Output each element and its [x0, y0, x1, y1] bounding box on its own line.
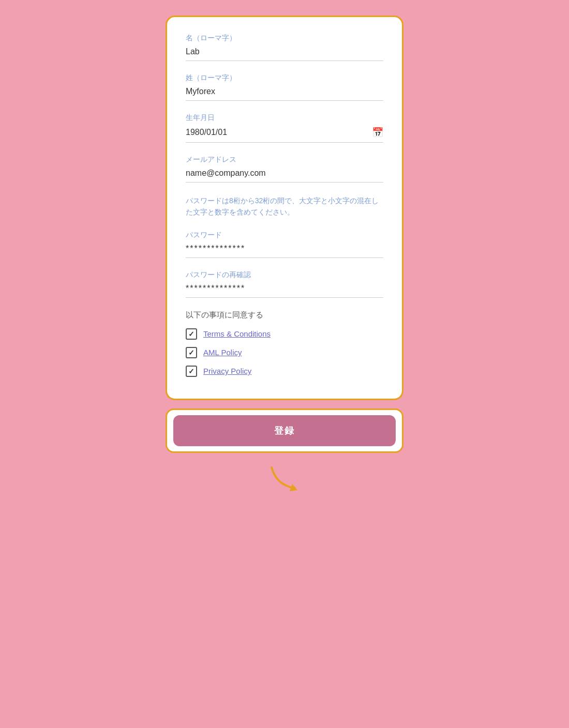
first-name-label: 名（ローマ字）	[186, 34, 383, 43]
last-name-label: 姓（ローマ字）	[186, 73, 383, 83]
agreement-section: 以下の事項に同意する ✓ Terms & Conditions ✓ AML Po…	[186, 310, 383, 377]
email-value[interactable]: name@company.com	[186, 169, 383, 183]
dob-group: 生年月日 1980/01/01 📅	[186, 113, 383, 143]
aml-checkbox-item: ✓ AML Policy	[186, 347, 383, 358]
calendar-icon[interactable]: 📅	[372, 127, 383, 138]
terms-check-icon: ✓	[188, 330, 194, 338]
terms-checkbox[interactable]: ✓	[186, 328, 197, 340]
arrow-icon	[266, 462, 303, 493]
aml-checkbox[interactable]: ✓	[186, 347, 197, 358]
password-hint: パスワードは8桁から32桁の間で、大文字と小文字の混在した文字と数字を含めてくだ…	[186, 195, 383, 218]
page-wrapper: 名（ローマ字） Lab 姓（ローマ字） Myforex 生年月日 1980/01…	[0, 16, 569, 493]
password-confirm-value[interactable]: **************	[186, 284, 383, 298]
password-value[interactable]: **************	[186, 244, 383, 258]
first-name-value[interactable]: Lab	[186, 47, 383, 61]
privacy-label[interactable]: Privacy Policy	[203, 367, 251, 375]
last-name-value[interactable]: Myforex	[186, 87, 383, 101]
register-button[interactable]: 登録	[173, 415, 396, 446]
dob-value[interactable]: 1980/01/01 📅	[186, 127, 383, 143]
password-label: パスワード	[186, 231, 383, 240]
privacy-checkbox[interactable]: ✓	[186, 366, 197, 377]
terms-checkbox-item: ✓ Terms & Conditions	[186, 328, 383, 340]
arrow-wrapper	[266, 462, 303, 493]
privacy-checkbox-item: ✓ Privacy Policy	[186, 366, 383, 377]
aml-label[interactable]: AML Policy	[203, 348, 242, 357]
terms-label[interactable]: Terms & Conditions	[203, 329, 271, 338]
aml-check-icon: ✓	[188, 348, 194, 357]
dob-label: 生年月日	[186, 113, 383, 123]
privacy-check-icon: ✓	[188, 367, 194, 375]
agreement-title: 以下の事項に同意する	[186, 310, 383, 320]
register-button-wrapper: 登録	[166, 408, 403, 453]
password-group: パスワード **************	[186, 231, 383, 258]
first-name-group: 名（ローマ字） Lab	[186, 34, 383, 61]
form-card: 名（ローマ字） Lab 姓（ローマ字） Myforex 生年月日 1980/01…	[166, 16, 403, 400]
last-name-group: 姓（ローマ字） Myforex	[186, 73, 383, 101]
email-label: メールアドレス	[186, 155, 383, 164]
password-confirm-group: パスワードの再確認 **************	[186, 270, 383, 298]
email-group: メールアドレス name@company.com	[186, 155, 383, 183]
password-confirm-label: パスワードの再確認	[186, 270, 383, 280]
